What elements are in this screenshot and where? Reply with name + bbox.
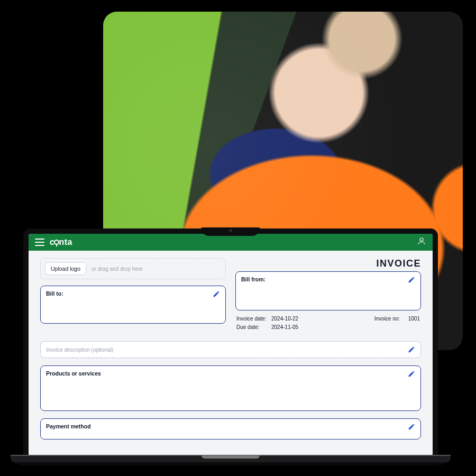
invoice-meta: Invoice date:2024-10-22 Due date:2024-11… — [235, 310, 421, 332]
app-screen: cnta Upload logo or drag and drop here — [29, 234, 433, 456]
bill-to-panel[interactable]: Bill to: — [40, 286, 226, 324]
user-icon[interactable] — [417, 236, 426, 248]
brand-logo[interactable]: cnta — [50, 237, 72, 247]
products-services-panel[interactable]: Products or services — [40, 365, 421, 411]
app-bar: cnta — [29, 234, 433, 251]
menu-icon[interactable] — [35, 239, 44, 246]
edit-icon[interactable] — [213, 290, 220, 298]
edit-icon[interactable] — [408, 276, 415, 283]
laptop-frame: cnta Upload logo or drag and drop here — [11, 228, 451, 465]
laptop-base — [11, 455, 451, 465]
products-services-label: Products or services — [46, 370, 101, 377]
bill-from-label: Bill from: — [241, 276, 266, 282]
edit-icon[interactable] — [408, 423, 415, 431]
invoice-description-input[interactable]: Invoice description (optional) — [40, 341, 421, 358]
edit-icon[interactable] — [408, 346, 415, 353]
due-date-value: 2024-11-05 — [271, 323, 298, 332]
due-date-label: Due date: — [236, 323, 267, 332]
upload-logo-button[interactable]: Upload logo — [45, 262, 86, 275]
laptop-notch — [202, 227, 260, 236]
payment-method-label: Payment method — [46, 423, 91, 429]
bill-from-panel[interactable]: Bill from: — [235, 271, 421, 310]
upload-hint: or drag and drop here — [91, 266, 143, 272]
logo-upload-area[interactable]: Upload logo or drag and drop here — [40, 258, 226, 279]
payment-method-panel[interactable]: Payment method — [40, 418, 421, 440]
invoice-no-value: 1001 — [408, 315, 420, 323]
invoice-no-label: Invoice no: — [374, 315, 404, 323]
bill-to-label: Bill to: — [46, 290, 63, 297]
edit-icon[interactable] — [408, 370, 415, 378]
invoice-date-value: 2024-10-22 — [271, 315, 298, 323]
invoice-date-label: Invoice date: — [236, 315, 267, 323]
svg-point-0 — [420, 238, 423, 241]
document-title: INVOICE — [235, 258, 421, 269]
description-placeholder: Invoice description (optional) — [46, 347, 113, 353]
